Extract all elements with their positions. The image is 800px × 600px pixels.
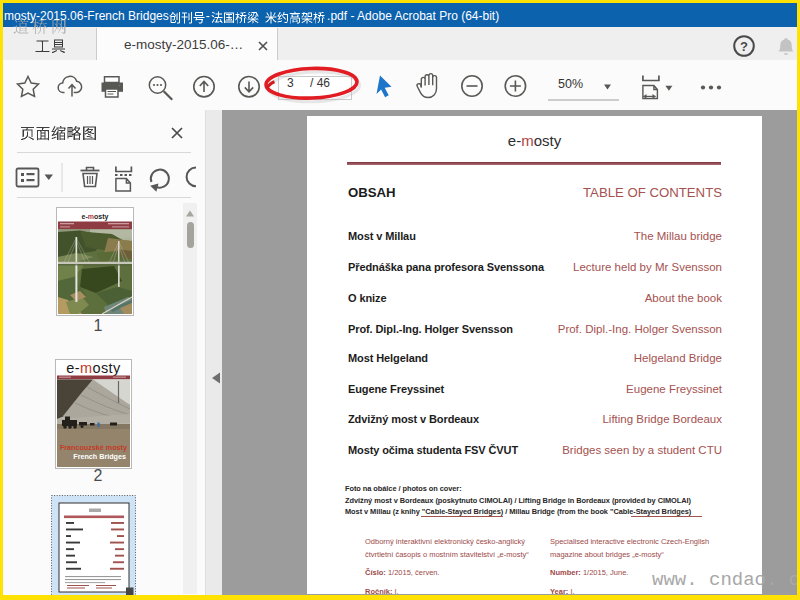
svg-text:French Bridges: French Bridges (73, 452, 126, 461)
svg-text:e-mosty: e-mosty (66, 359, 121, 375)
svg-text:e-mosty: e-mosty (82, 213, 109, 221)
svg-text:?: ? (740, 38, 748, 53)
svg-text:Francouzské mosty: Francouzské mosty (60, 443, 127, 452)
